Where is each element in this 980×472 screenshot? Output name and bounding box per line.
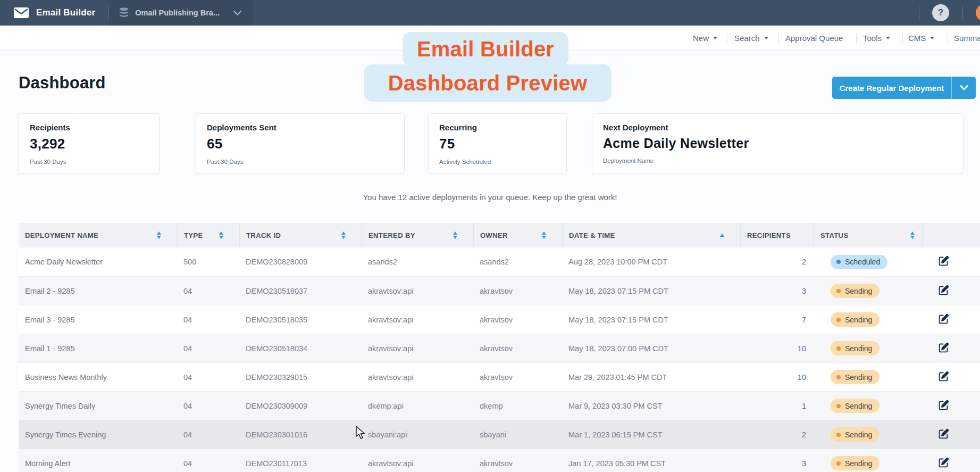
cell-date-time: May 18, 2023 07:15 PM CDT xyxy=(562,287,740,295)
nav-item-summary[interactable]: Summary xyxy=(954,26,980,51)
cell-owner: akravtsov xyxy=(473,287,562,295)
table-row[interactable]: Morning Alert 04 DEMO230117013 akravtsov… xyxy=(19,449,980,472)
edit-deployment-button[interactable] xyxy=(938,400,949,411)
cell-recipients: 7 xyxy=(740,316,814,324)
cell-track-id: DEMO230301016 xyxy=(239,430,362,439)
cell-type: 04 xyxy=(177,459,239,468)
cell-recipients: 3 xyxy=(740,287,814,295)
nav-item-label: CMS xyxy=(908,34,926,43)
status-label: Sending xyxy=(845,373,872,382)
create-regular-deployment-button[interactable]: Create Regular Deployment xyxy=(832,77,976,99)
sort-both-icon[interactable] xyxy=(341,231,346,239)
stat-caption: Actively Scheduled xyxy=(439,159,556,165)
edit-deployment-button[interactable] xyxy=(938,428,949,440)
status-label: Scheduled xyxy=(845,258,880,266)
status-label: Sending xyxy=(845,287,872,295)
chevron-down-icon xyxy=(233,11,241,15)
sort-both-icon[interactable] xyxy=(910,231,915,239)
edit-deployment-button[interactable] xyxy=(938,313,949,325)
edit-pencil-icon xyxy=(938,342,949,353)
workspace-name: Omail Publishing Bra... xyxy=(135,9,220,17)
create-button-dropdown[interactable] xyxy=(951,77,976,99)
column-header-date-time[interactable]: Date & Time xyxy=(562,223,740,247)
table-row[interactable]: Email 2 - 9285 04 DEMO230518037 akravtso… xyxy=(19,276,980,305)
status-label: Sending xyxy=(845,344,872,353)
stat-caption: Deployment Name xyxy=(603,158,952,164)
column-header-status[interactable]: Status xyxy=(814,223,922,247)
cell-type: 04 xyxy=(177,344,239,353)
cell-owner: akravtsov xyxy=(473,459,562,468)
column-header-label: Deployment Name xyxy=(25,231,98,239)
column-header-recipients[interactable]: Recipients xyxy=(740,223,814,247)
nav-item-label: Summary xyxy=(954,34,980,43)
overlay-title-line1: Email Builder xyxy=(403,32,568,66)
cell-type: 04 xyxy=(177,430,239,439)
cell-date-time: May 18, 2023 07:00 PM CDT xyxy=(562,344,740,353)
stat-card-recipients: Recipients 3,292 Past 30 Days xyxy=(19,113,160,174)
cell-deployment-name: Business News Monthly xyxy=(19,373,177,382)
column-header-type[interactable]: Type xyxy=(177,223,239,247)
nav-separator xyxy=(856,33,857,43)
user-avatar[interactable] xyxy=(976,4,980,21)
status-badge: Sending xyxy=(831,312,880,327)
nav-item-label: New xyxy=(693,34,709,43)
table-row[interactable]: Synergy Times Daily 04 DEMO230309009 dke… xyxy=(19,391,980,420)
create-button-label: Create Regular Deployment xyxy=(832,84,951,93)
status-badge: Sending xyxy=(831,456,880,470)
nav-separator xyxy=(948,33,948,43)
column-header-label: Entered By xyxy=(368,231,415,239)
edit-deployment-button[interactable] xyxy=(938,255,949,267)
stat-card-recurring: Recurring 75 Actively Scheduled xyxy=(428,113,567,174)
chevron-down-icon xyxy=(930,37,934,39)
nav-item-new[interactable]: New xyxy=(693,26,717,51)
cell-recipients: 3 xyxy=(740,459,814,468)
queue-status-message: You have 12 active deployments in your q… xyxy=(0,193,980,202)
cell-track-id: DEMO230117013 xyxy=(239,459,362,468)
edit-deployment-button[interactable] xyxy=(938,285,949,296)
page-title: Dashboard xyxy=(19,73,106,93)
help-button[interactable]: ? xyxy=(932,4,949,21)
cell-date-time: Aug 28, 2023 10:00 PM CDT xyxy=(562,258,740,266)
table-row[interactable]: Acme Daily Newsletter 500 DEMO230828009 … xyxy=(19,247,980,276)
topbar-divider xyxy=(919,6,919,20)
nav-item-tools[interactable]: Tools xyxy=(863,26,890,51)
cell-recipients: 1 xyxy=(740,402,814,410)
table-row[interactable]: Synergy Times Evening 04 DEMO230301016 s… xyxy=(19,420,980,449)
edit-deployment-button[interactable] xyxy=(938,371,949,382)
table-row[interactable]: Email 3 - 9285 04 DEMO230518035 akravtso… xyxy=(19,305,980,334)
column-header-track-id[interactable]: Track ID xyxy=(239,223,362,247)
column-header-entered-by[interactable]: Entered By xyxy=(362,223,473,247)
sort-both-icon[interactable] xyxy=(157,231,161,239)
nav-item-search[interactable]: Search xyxy=(734,26,768,51)
sort-both-icon[interactable] xyxy=(453,231,457,239)
nav-item-label: Approval Queue xyxy=(785,34,843,43)
edit-deployment-button[interactable] xyxy=(938,457,949,468)
sort-both-icon[interactable] xyxy=(219,231,223,239)
edit-pencil-icon xyxy=(938,313,949,325)
status-label: Sending xyxy=(845,316,872,324)
status-badge: Sending xyxy=(831,399,880,413)
column-header-owner[interactable]: Owner xyxy=(473,223,562,247)
status-badge: Sending xyxy=(831,284,880,298)
cell-type: 04 xyxy=(177,287,239,295)
workspace-selector[interactable]: Omail Publishing Bra... xyxy=(108,0,253,26)
table-header-row: Deployment NameTypeTrack IDEntered ByOwn… xyxy=(19,223,980,247)
deployments-table: Deployment NameTypeTrack IDEntered ByOwn… xyxy=(19,223,980,472)
column-header-deployment-name[interactable]: Deployment Name xyxy=(19,223,177,247)
stat-caption: Past 30 Days xyxy=(207,159,393,165)
sort-both-icon[interactable] xyxy=(542,231,546,239)
nav-item-cms[interactable]: CMS xyxy=(908,26,934,51)
cell-entered-by: akravtsov:api xyxy=(362,373,473,382)
stat-value: 75 xyxy=(439,136,556,152)
table-row[interactable]: Email 1 - 9285 04 DEMO230518034 akravtso… xyxy=(19,334,980,362)
table-row[interactable]: Business News Monthly 04 DEMO230329015 a… xyxy=(19,362,980,391)
sort-asc-icon[interactable] xyxy=(720,234,724,237)
cell-type: 500 xyxy=(177,258,239,266)
nav-separator xyxy=(778,33,779,43)
cell-recipients: 2 xyxy=(740,430,814,439)
stat-card-next-deployment: Next Deployment Acme Daily Newsletter De… xyxy=(592,113,964,174)
edit-pencil-icon xyxy=(938,285,949,296)
edit-deployment-button[interactable] xyxy=(938,342,949,353)
nav-item-approval-queue[interactable]: Approval Queue xyxy=(785,26,843,51)
chevron-down-icon xyxy=(886,37,890,39)
